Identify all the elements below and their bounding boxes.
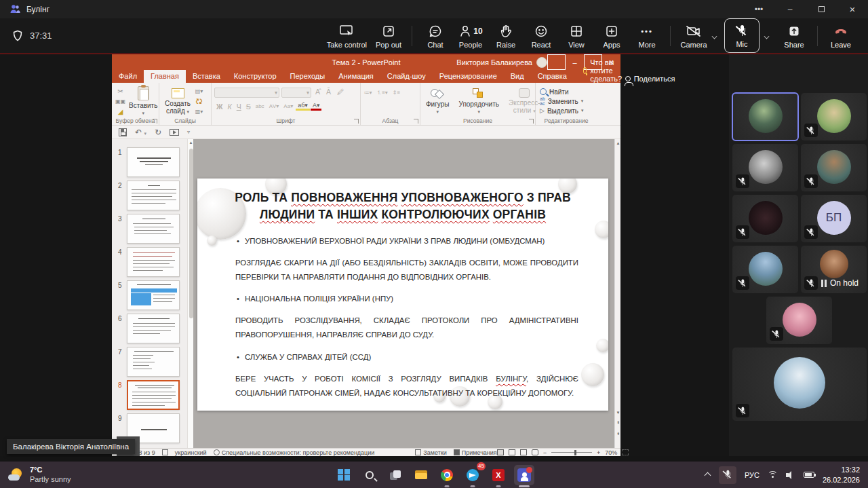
notes-button[interactable]: Заметки	[415, 449, 446, 456]
pdf-app-button[interactable]: X	[488, 465, 509, 485]
section-icon[interactable]: ▥▾	[195, 107, 203, 115]
language-status[interactable]: украинский	[175, 449, 207, 456]
window-close-icon[interactable]: ×	[837, 0, 868, 18]
thumb-scroll-up-icon[interactable]: ▲	[189, 140, 193, 145]
task-view-button[interactable]	[385, 465, 406, 485]
file-explorer-button[interactable]	[411, 465, 431, 485]
paste-button[interactable]: Вставить ▾	[126, 86, 160, 117]
format-painter-icon[interactable]: ◢	[116, 107, 125, 115]
drawing-dialog-launcher[interactable]	[529, 119, 534, 124]
shapes-button[interactable]: Фигуры ▾	[423, 86, 452, 117]
tab-home[interactable]: Главная	[144, 70, 186, 83]
layout-icon[interactable]: ▤▾	[195, 87, 203, 95]
slide-thumb-2[interactable]: 2	[112, 181, 188, 212]
language-indicator[interactable]: РУС	[745, 471, 760, 479]
tell-me-box[interactable]: Что вы хотите сделать?	[583, 58, 625, 83]
raise-hand-button[interactable]: Raise	[488, 18, 524, 53]
participant-tile[interactable]	[732, 144, 798, 191]
qat-customize-chevron-icon[interactable]: ▿	[187, 129, 190, 135]
zoom-slider[interactable]	[551, 452, 592, 453]
slide-canvas[interactable]: РОЛЬ ТА ПОВНОВАЖЕННЯ УПОВНОВАЖЕНОГО З ПР…	[197, 179, 608, 411]
next-slide-icon[interactable]: ⇟	[615, 431, 620, 436]
chrome-button[interactable]	[437, 465, 457, 485]
start-slideshow-icon[interactable]	[170, 129, 179, 136]
font-dialog-launcher[interactable]	[354, 119, 359, 124]
comments-button[interactable]: Примечания	[454, 449, 497, 456]
account-area[interactable]: Виктория Балакирева	[456, 57, 547, 68]
battery-icon[interactable]	[804, 472, 814, 478]
slide-thumb-7[interactable]: 7	[112, 347, 188, 378]
bold-button[interactable]: Ж	[214, 102, 225, 111]
slide-thumb-5[interactable]: 5	[112, 280, 188, 312]
participant-tile[interactable]	[732, 195, 798, 242]
account-avatar[interactable]	[536, 57, 547, 68]
change-case-button[interactable]: Аа▾	[281, 103, 295, 109]
react-button[interactable]: React	[524, 18, 559, 53]
undo-icon[interactable]: ↶ ▾	[135, 128, 146, 137]
font-size-select[interactable]: ▾	[281, 88, 311, 98]
pop-out-button[interactable]: Pop out	[371, 18, 406, 53]
hidden-icons-chevron-icon[interactable]	[705, 472, 711, 478]
tab-slideshow[interactable]: Слайд-шоу	[380, 70, 433, 83]
participant-tile-large[interactable]	[732, 348, 867, 421]
strikethrough-button[interactable]: S	[244, 102, 253, 111]
chat-button[interactable]: Chat	[418, 18, 453, 53]
tab-transitions[interactable]: Переходы	[283, 70, 332, 83]
apps-button[interactable]: Apps	[594, 18, 629, 53]
people-button[interactable]: 10 People	[453, 18, 488, 53]
participant-tile[interactable]	[732, 246, 798, 293]
redo-icon[interactable]: ↻	[155, 128, 161, 137]
more-button[interactable]: ••• More	[629, 18, 665, 53]
tab-review[interactable]: Рецензирование	[433, 70, 504, 83]
wifi-icon[interactable]	[768, 471, 778, 479]
reading-view-icon[interactable]	[520, 449, 527, 455]
participant-tile[interactable]	[801, 93, 867, 140]
slide-sorter-view-icon[interactable]	[509, 449, 515, 455]
slide-thumb-1[interactable]: 1	[112, 147, 188, 179]
participant-tile[interactable]	[766, 297, 832, 344]
taskbar-search-button[interactable]	[359, 465, 380, 485]
participant-tile[interactable]	[801, 144, 867, 191]
zoom-out-icon[interactable]: −	[543, 449, 547, 456]
replace-button[interactable]: abac Заменить ▾	[538, 96, 594, 106]
participant-tile-initials[interactable]: БП	[801, 195, 867, 242]
scroll-down-icon[interactable]: ▼	[615, 411, 620, 415]
slide-thumb-3[interactable]: 3	[112, 214, 188, 245]
slideshow-view-icon[interactable]	[532, 449, 538, 455]
cut-icon[interactable]: ✂	[116, 87, 125, 95]
ppt-share-button[interactable]: Поделиться	[625, 75, 682, 83]
zoom-level[interactable]: 70%	[605, 449, 617, 456]
volume-icon[interactable]	[786, 471, 795, 479]
numbering-icon[interactable]: ⒈≡▾	[378, 88, 387, 96]
teams-taskbar-button[interactable]	[514, 465, 534, 485]
weather-widget[interactable]: 7°C Partly sunny	[0, 466, 136, 485]
tab-file[interactable]: Файл	[112, 70, 144, 83]
thumbnail-scrollbar[interactable]: ▲	[187, 139, 193, 448]
scroll-up-icon[interactable]: ▲	[615, 141, 620, 145]
ppt-minimize-icon[interactable]: –	[566, 54, 584, 70]
line-spacing-icon[interactable]: ⇕≡	[392, 88, 401, 96]
mic-button[interactable]: Mic	[724, 18, 760, 53]
select-button[interactable]: ▷ Выделить ▾	[538, 106, 594, 115]
share-button[interactable]: Share	[776, 18, 812, 53]
spellcheck-icon[interactable]	[162, 449, 168, 455]
telegram-button[interactable]: 45	[462, 465, 483, 485]
save-icon[interactable]	[119, 128, 127, 136]
tab-view[interactable]: Вид	[504, 70, 531, 83]
clock[interactable]: 13:32 26.02.2026	[823, 465, 860, 485]
camera-button[interactable]: Camera	[676, 18, 711, 53]
shrink-font-icon[interactable]: А̌	[324, 88, 333, 98]
take-control-button[interactable]: Take control	[323, 18, 371, 53]
grow-font-icon[interactable]: А̂	[313, 88, 322, 98]
italic-button[interactable]: К	[226, 102, 234, 111]
view-button[interactable]: View	[559, 18, 594, 53]
new-slide-button[interactable]: Создать слайд ▾	[162, 86, 193, 117]
window-more-icon[interactable]: •••	[743, 0, 774, 18]
tray-mic-muted[interactable]	[719, 466, 736, 484]
underline-button[interactable]: Ч	[235, 102, 243, 111]
highlight-button[interactable]: аб▾	[296, 102, 310, 111]
align-right-icon[interactable]	[376, 100, 378, 108]
font-name-select[interactable]: ▾	[214, 88, 279, 98]
previous-slide-icon[interactable]: ⇞	[615, 420, 620, 425]
slide-thumb-6[interactable]: 6	[112, 314, 188, 345]
